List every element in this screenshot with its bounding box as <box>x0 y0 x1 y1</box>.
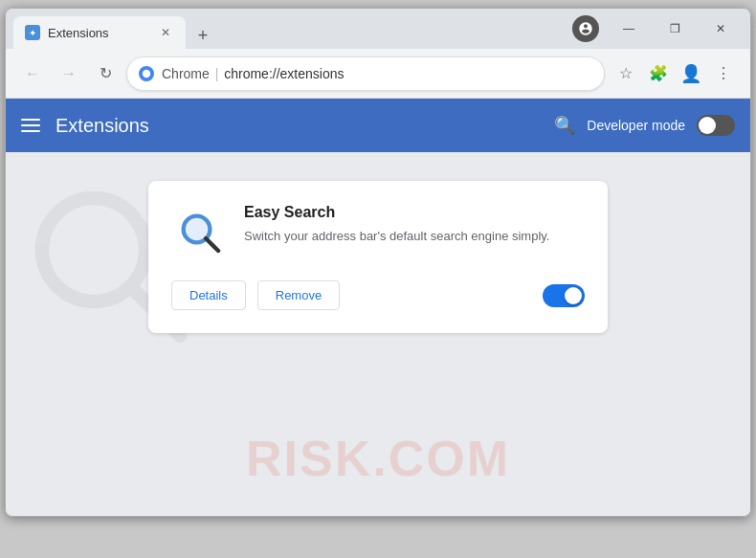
svg-line-5 <box>206 238 218 251</box>
extension-icon <box>171 204 229 261</box>
extension-name: Easy Search <box>244 204 585 221</box>
extension-description: Switch your address bar's default search… <box>244 227 585 246</box>
nav-right-icons: ☆ 🧩 👤 ⋮ <box>611 58 739 89</box>
bookmark-button[interactable]: ☆ <box>611 58 641 89</box>
window-controls: — ❒ ✕ <box>607 13 743 44</box>
refresh-icon: ↻ <box>100 64 112 82</box>
new-tab-button[interactable]: + <box>189 22 216 49</box>
tab-favicon <box>25 25 40 40</box>
bookmark-icon: ☆ <box>619 64 633 82</box>
account-button[interactable]: 👤 <box>676 58 706 89</box>
extension-card-footer: Details Remove <box>171 280 585 310</box>
address-bar[interactable]: Chrome | chrome://extensions <box>126 56 605 91</box>
address-text: Chrome | chrome://extensions <box>162 66 592 81</box>
tab-title: Extensions <box>48 26 149 40</box>
developer-mode-label: Developer mode <box>587 118 685 133</box>
minimize-button[interactable]: — <box>607 13 651 44</box>
details-button[interactable]: Details <box>171 280 246 310</box>
hamburger-menu-button[interactable] <box>21 119 40 132</box>
site-favicon <box>139 66 154 81</box>
extension-card: Easy Search Switch your address bar's de… <box>148 181 608 333</box>
developer-mode-toggle[interactable] <box>697 115 735 136</box>
close-button[interactable]: ✕ <box>699 13 743 44</box>
svg-point-1 <box>42 198 145 301</box>
header-right-controls: 🔍 Developer mode <box>554 115 735 136</box>
extension-enable-toggle[interactable] <box>543 284 585 307</box>
back-icon: ← <box>25 65 40 82</box>
toggle-knob <box>699 117 716 134</box>
search-button[interactable]: 🔍 <box>554 115 575 136</box>
title-bar: Extensions ✕ + — ❒ ✕ <box>6 9 750 49</box>
maximize-button[interactable]: ❒ <box>653 13 697 44</box>
extensions-page-title: Extensions <box>56 115 539 137</box>
puzzle-icon: 🧩 <box>649 64 668 82</box>
svg-point-0 <box>143 69 150 77</box>
main-content: RISK.COM Easy Search Switch your address… <box>6 152 750 516</box>
forward-icon: → <box>61 65 77 82</box>
account-icon: 👤 <box>680 63 701 84</box>
back-button[interactable]: ← <box>17 58 48 89</box>
refresh-button[interactable]: ↻ <box>90 58 121 89</box>
toggle-knob-on <box>565 287 582 304</box>
watermark-text: RISK.COM <box>246 430 510 487</box>
forward-button[interactable]: → <box>54 58 84 89</box>
browser-window: Extensions ✕ + — ❒ ✕ ← → ↻ <box>5 8 751 517</box>
extensions-header: Extensions 🔍 Developer mode <box>6 99 750 152</box>
navigation-bar: ← → ↻ Chrome | chrome://extensions ☆ 🧩 <box>6 49 750 99</box>
remove-button[interactable]: Remove <box>257 280 340 310</box>
kebab-menu-icon: ⋮ <box>716 64 731 82</box>
active-tab[interactable]: Extensions ✕ <box>13 16 186 49</box>
extensions-button[interactable]: 🧩 <box>643 58 674 89</box>
tab-close-button[interactable]: ✕ <box>157 24 174 41</box>
tab-bar: Extensions ✕ + <box>13 9 557 49</box>
extension-card-header: Easy Search Switch your address bar's de… <box>171 204 585 261</box>
extension-info: Easy Search Switch your address bar's de… <box>244 204 585 246</box>
profile-dropdown-button[interactable] <box>572 15 599 42</box>
menu-button[interactable]: ⋮ <box>708 58 739 89</box>
